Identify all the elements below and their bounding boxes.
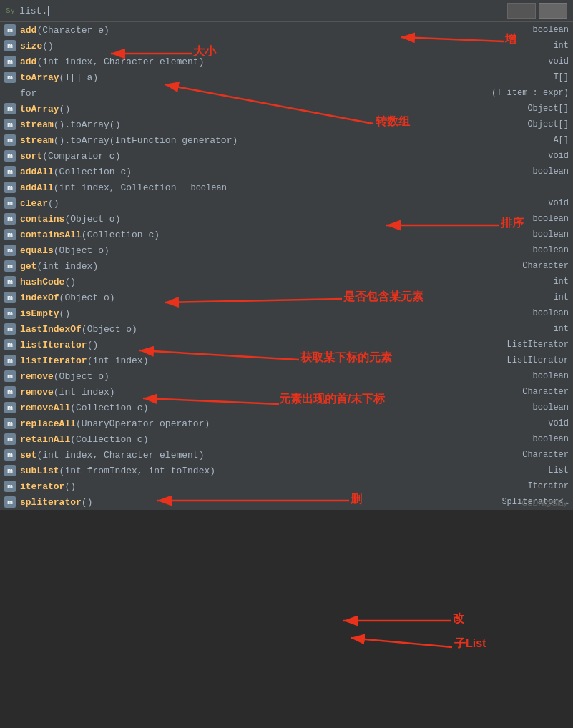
ac-item[interactable]: maddAll(int index, Collectionboolean xyxy=(0,179,573,195)
method-name: replaceAll(UnaryOperator operator) xyxy=(20,418,210,429)
method-icon: m xyxy=(4,197,16,209)
ac-item[interactable]: mremoveAll(Collection c)boolean xyxy=(0,400,573,415)
method-icon: m xyxy=(4,370,16,382)
ac-item[interactable]: mget(int index)Character xyxy=(0,258,573,274)
method-return: Character xyxy=(508,450,569,460)
annotation-text-8: 改 xyxy=(453,611,464,626)
ac-item[interactable]: mcontains(Object o)boolean xyxy=(0,211,573,227)
ac-item[interactable]: mremove(Object o)boolean xyxy=(0,368,573,384)
ac-item[interactable]: madd(int index, Character element)void xyxy=(0,54,573,69)
method-name: remove(Object o) xyxy=(20,371,109,382)
method-name: toArray() xyxy=(20,104,70,114)
ac-item[interactable]: mstream().toArray()Object[] xyxy=(0,117,573,132)
method-return: boolean xyxy=(519,25,569,35)
ac-item[interactable]: mclear()void xyxy=(0,195,573,211)
method-icon: m xyxy=(4,433,16,445)
method-return: boolean xyxy=(519,245,569,255)
method-return: boolean xyxy=(519,214,569,224)
ac-item[interactable]: mequals(Object o)boolean xyxy=(0,242,573,258)
method-return: void xyxy=(534,56,569,67)
method-icon: m xyxy=(4,496,16,508)
method-icon: m xyxy=(4,150,16,162)
method-icon: m xyxy=(4,323,16,335)
method-name: toArray(T[] a) xyxy=(20,72,98,83)
method-name: addAll(Collection c) xyxy=(20,167,132,177)
ac-item[interactable]: mindexOf(Object o)int xyxy=(0,290,573,305)
method-name: listIterator(int index) xyxy=(20,355,148,366)
top-right xyxy=(507,3,567,19)
method-name: iterator() xyxy=(20,481,76,492)
method-name: contains(Object o) xyxy=(20,214,120,225)
ac-item[interactable]: mlastIndexOf(Object o)int xyxy=(0,321,573,337)
method-return: boolean xyxy=(519,230,569,240)
method-name: size() xyxy=(20,41,54,51)
ac-item[interactable]: mhashCode()int xyxy=(0,274,573,290)
ac-item[interactable]: mretainAll(Collection c)boolean xyxy=(0,431,573,447)
method-icon: m xyxy=(4,119,16,130)
ac-item[interactable]: mstream().toArray(IntFunction generator)… xyxy=(0,132,573,148)
method-return: boolean xyxy=(519,434,569,444)
top-bar: Sy list. xyxy=(0,0,573,22)
method-return: int xyxy=(539,292,569,302)
method-return: Object[] xyxy=(513,104,569,114)
method-icon: m xyxy=(4,386,16,398)
ac-item[interactable]: msize()int xyxy=(0,38,573,54)
method-return: int xyxy=(539,324,569,334)
method-icon: m xyxy=(4,465,16,476)
method-return: Character xyxy=(508,387,569,397)
method-return: void xyxy=(534,198,569,208)
method-name: stream().toArray(IntFunction generator) xyxy=(20,135,237,146)
ac-item[interactable]: for(T item : expr) xyxy=(0,85,573,101)
thumb2 xyxy=(539,3,567,19)
method-return: Iterator xyxy=(513,481,569,491)
method-return: int xyxy=(539,41,569,51)
method-return: boolean xyxy=(176,183,226,193)
method-return: T[] xyxy=(539,72,569,82)
ac-item[interactable]: mcontainsAll(Collection c)boolean xyxy=(0,227,573,242)
method-return: boolean xyxy=(519,308,569,318)
ac-item[interactable]: mreplaceAll(UnaryOperator operator)void xyxy=(0,415,573,431)
method-icon: m xyxy=(4,449,16,461)
ac-item[interactable]: mset(int index, Character element)Charac… xyxy=(0,447,573,463)
method-icon: m xyxy=(4,134,16,146)
cursor xyxy=(48,6,49,16)
ac-item[interactable]: misEmpty()boolean xyxy=(0,305,573,321)
method-name: add(int index, Character element) xyxy=(20,56,204,67)
ac-item[interactable]: mlistIterator(int index)ListIterator xyxy=(0,353,573,368)
input-text[interactable]: list. xyxy=(19,6,47,16)
main-container: Sy list. madd(Character e)booleanmsize()… xyxy=(0,0,573,510)
method-name: remove(int index) xyxy=(20,387,115,398)
method-name: indexOf(Object o) xyxy=(20,292,115,303)
method-return: boolean xyxy=(519,371,569,381)
method-icon: m xyxy=(4,166,16,177)
ac-item[interactable]: madd(Character e)boolean xyxy=(0,22,573,38)
method-name: spliterator() xyxy=(20,497,92,508)
method-icon: m xyxy=(4,308,16,319)
autocomplete-list: madd(Character e)booleanmsize()intmadd(i… xyxy=(0,22,573,510)
ac-item[interactable]: mspliterator()Spliterator<… xyxy=(0,494,573,510)
method-name: clear() xyxy=(20,198,59,209)
method-icon: m xyxy=(4,402,16,413)
ac-item[interactable]: mremove(int index)Character xyxy=(0,384,573,400)
method-name: set(int index, Character element) xyxy=(20,450,204,461)
ac-item[interactable]: miterator()Iterator xyxy=(0,478,573,494)
method-icon: m xyxy=(4,182,16,193)
method-name: hashCode() xyxy=(20,277,76,287)
method-icon: m xyxy=(4,355,16,366)
ac-item[interactable]: maddAll(Collection c)boolean xyxy=(0,164,573,179)
ac-item[interactable]: mlistIterator()ListIterator xyxy=(0,337,573,353)
method-icon: m xyxy=(4,229,16,240)
method-return: List xyxy=(534,466,569,476)
method-name: addAll(int index, Collectionboolean xyxy=(20,182,227,193)
ac-item[interactable]: mtoArray(T[] a)T[] xyxy=(0,69,573,85)
method-name: listIterator() xyxy=(20,340,98,350)
method-return: void xyxy=(534,151,569,161)
svg-line-19 xyxy=(351,638,452,647)
method-return: boolean xyxy=(519,403,569,413)
method-name: retainAll(Collection c) xyxy=(20,434,148,445)
watermark: CSDN@Slay xyxy=(521,498,567,507)
ac-item[interactable]: mtoArray()Object[] xyxy=(0,101,573,117)
ac-item[interactable]: msort(Comparator c)void xyxy=(0,148,573,164)
ac-item[interactable]: msubList(int fromIndex, int toIndex)List xyxy=(0,463,573,478)
method-name: sort(Comparator c) xyxy=(20,151,120,162)
